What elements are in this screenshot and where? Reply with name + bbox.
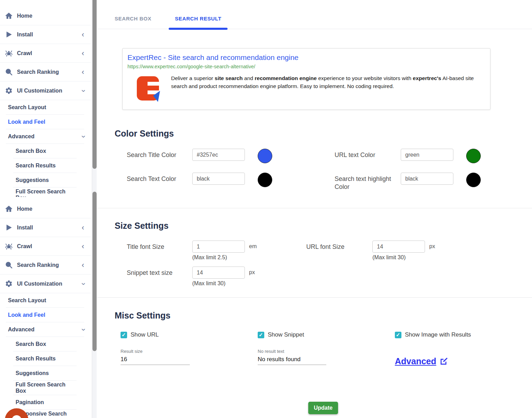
sidebar-item-label: Search Ranking — [17, 262, 59, 268]
title-font-size-input[interactable] — [192, 241, 245, 253]
tab-search-box[interactable]: SEARCH BOX — [115, 16, 151, 21]
chevron-down-icon — [82, 87, 84, 95]
show-image-with-results-checkbox[interactable]: Show Image with Results — [395, 331, 532, 338]
sidebar-item-look-and-feel[interactable]: Look and Feel — [6, 115, 84, 129]
chevron-down-icon — [82, 326, 84, 333]
show-snippet-label: Show Snippet — [268, 331, 304, 338]
checkbox-checked-icon[interactable] — [258, 332, 264, 338]
sidebar-item-label: Search Results — [16, 163, 56, 169]
sidebar-item-advanced[interactable]: Advanced — [6, 322, 84, 337]
sidebar-item-suggestions[interactable]: Suggestions — [13, 366, 77, 381]
search-icon — [5, 68, 13, 76]
play-icon — [5, 31, 13, 38]
sidebar-item-search-results[interactable]: Search Results — [13, 158, 77, 173]
update-button[interactable]: Update — [308, 402, 338, 414]
sidebar-item-look-and-feel[interactable]: Look and Feel — [6, 308, 84, 322]
url-text-color-input[interactable] — [401, 149, 453, 161]
chevron-left-icon — [82, 31, 84, 38]
sidebar-item-label: Install — [17, 225, 33, 231]
play-icon — [5, 224, 13, 232]
sidebar-item-suggestions[interactable]: Suggestions — [13, 173, 77, 188]
home-icon — [5, 12, 13, 20]
result-size-label: Result size — [121, 349, 190, 354]
sidebar-item-ui-customization[interactable]: UI Customization — [0, 275, 91, 293]
scrollbar-thumb-top[interactable] — [92, 0, 97, 169]
preview-result-title[interactable]: ExpertRec - Site search and recommendati… — [127, 53, 482, 62]
search-text-highlight-color-swatch[interactable] — [466, 173, 481, 187]
search-text-color-input[interactable] — [192, 173, 245, 185]
sidebar-item-full-screen-search-box[interactable]: Full Screen Search Box — [13, 381, 77, 395]
sidebar-item-search-ranking[interactable]: Search Ranking — [0, 63, 91, 81]
color-settings-heading: Color Settings — [115, 129, 532, 139]
sidebar-item-advanced[interactable]: Advanced — [6, 129, 84, 144]
sidebar-item-search-layout[interactable]: Search Layout — [6, 100, 84, 115]
sidebar-item-home[interactable]: Home — [0, 200, 91, 218]
search-text-color-swatch[interactable] — [258, 173, 272, 187]
title-font-size-label: Title font Size — [127, 241, 192, 251]
sidebar-item-label: Advanced — [8, 326, 34, 333]
sidebar-item-search-box[interactable]: Search Box — [13, 337, 77, 351]
chevron-left-icon — [82, 68, 84, 76]
chevron-left-icon — [82, 224, 84, 232]
search-text-highlight-color-input[interactable] — [401, 173, 453, 185]
search-icon — [5, 261, 13, 269]
snippet-text-size-label: Snippet text size — [127, 267, 192, 277]
advanced-link[interactable]: Advanced — [395, 356, 448, 366]
url-font-size-label: URL font Size — [306, 241, 372, 251]
sidebar-item-install[interactable]: Install — [0, 25, 91, 44]
sidebar-item-install[interactable]: Install — [0, 218, 91, 237]
checkbox-checked-icon[interactable] — [395, 332, 401, 338]
sidebar-item-pagination[interactable]: Pagination — [13, 395, 77, 410]
sidebar-item-crawl[interactable]: Crawl — [0, 44, 91, 63]
sidebar-item-ui-customization[interactable]: UI Customization — [0, 81, 91, 100]
sidebar-item-search-box[interactable]: Search Box — [13, 144, 77, 158]
sidebar-item-label: Search Box — [16, 341, 46, 347]
gear-icon — [5, 280, 13, 288]
sidebar-item-label: Search Layout — [8, 297, 46, 304]
sidebar-item-label: Crawl — [17, 243, 32, 250]
url-font-size-hint: (Max limit 30) — [372, 254, 435, 261]
sidebar-item-search-results[interactable]: Search Results — [13, 351, 77, 366]
result-size-input[interactable] — [121, 356, 190, 363]
sidebar-item-crawl[interactable]: Crawl — [0, 237, 91, 256]
sidebar-item-label: Suggestions — [16, 177, 49, 183]
chevron-left-icon — [82, 261, 84, 269]
url-font-size-input[interactable] — [372, 241, 425, 253]
sidebar-item-label: Home — [17, 206, 32, 212]
no-result-text-input[interactable] — [258, 356, 326, 363]
show-snippet-checkbox[interactable]: Show Snippet — [258, 331, 395, 338]
sidebar-item-label: Search Layout — [8, 104, 46, 111]
chevron-left-icon — [82, 50, 84, 57]
snippet-text-size-unit: px — [249, 267, 255, 276]
show-url-checkbox[interactable]: Show URL — [121, 331, 258, 338]
search-text-color-label: Search Text Color — [127, 173, 192, 183]
preview-result-url: https://www.expertrec.com/google-site-se… — [127, 64, 482, 69]
show-url-label: Show URL — [131, 331, 159, 338]
url-text-color-swatch[interactable] — [466, 149, 481, 163]
sidebar-item-label: Crawl — [17, 50, 32, 56]
main-content: SEARCH BOX SEARCH RESULT ExpertRec - Sit… — [97, 0, 532, 418]
chevron-left-icon — [82, 243, 84, 250]
search-title-color-input[interactable] — [192, 149, 245, 161]
sidebar-scrollbar[interactable] — [92, 0, 97, 418]
sidebar-item-search-ranking[interactable]: Search Ranking — [0, 256, 91, 275]
sidebar-item-label: Suggestions — [16, 370, 49, 376]
snippet-text-size-input[interactable] — [192, 267, 245, 279]
sidebar-item-label: Look and Feel — [8, 119, 45, 125]
sidebar-item-search-layout[interactable]: Search Layout — [6, 293, 84, 308]
sidebar-item-label: Home — [17, 13, 32, 19]
sidebar-item-label: Install — [17, 32, 33, 38]
preview-result-snippet: Deliver a superior site search and recom… — [171, 74, 482, 102]
url-text-color-label: URL text Color — [335, 149, 401, 159]
scrollbar-thumb-bottom[interactable] — [92, 192, 97, 351]
search-result-preview-card: ExpertRec - Site search and recommendati… — [122, 48, 490, 110]
sidebar-item-home[interactable]: Home — [0, 7, 91, 25]
edit-icon — [440, 357, 448, 366]
sidebar-item-label: Full Screen Search Box — [16, 382, 77, 394]
checkbox-checked-icon[interactable] — [121, 332, 127, 338]
sidebar-list-top: HomeInstallCrawlSearch RankingUI Customi… — [0, 0, 91, 199]
tab-search-result[interactable]: SEARCH RESULT — [175, 16, 221, 21]
search-title-color-swatch[interactable] — [258, 149, 272, 163]
title-font-size-unit: em — [249, 241, 257, 250]
no-result-text-label: No result text — [258, 349, 326, 354]
